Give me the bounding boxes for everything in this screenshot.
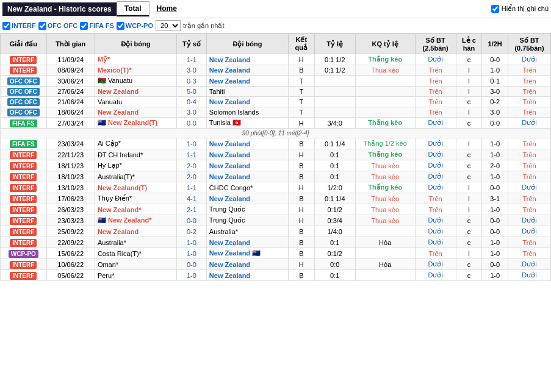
col-header-lec: Lẻ c hàn: [456, 34, 482, 54]
cell-date: 25/09/22: [46, 226, 95, 237]
header: New Zealand - Historic scores Total Home…: [0, 0, 551, 18]
cell-league: INTERF: [1, 182, 47, 193]
cell-team1: New Zealand*: [95, 204, 176, 215]
cell-score[interactable]: 2-0: [177, 171, 207, 182]
tab-home[interactable]: Home: [149, 2, 184, 16]
cell-score[interactable]: 1-1: [177, 149, 207, 160]
ofc-checkbox[interactable]: [38, 22, 46, 30]
interf-checkbox[interactable]: [2, 22, 10, 30]
col-header-team1: Đội bóng: [95, 34, 176, 54]
cell-ratio: 0:1: [314, 160, 355, 171]
cell-date: 10/06/22: [46, 259, 95, 270]
cell-lec: c: [456, 97, 482, 107]
cell-half: 1-0: [482, 149, 508, 160]
cell-date: 22/09/22: [46, 237, 95, 248]
table-row: OFC OFC 21/06/24 Vanuatu 0-4 New Zealand…: [1, 97, 551, 107]
cell-sobt: Trên: [415, 65, 456, 76]
filter-ofc[interactable]: OFC OFC: [38, 22, 78, 30]
cell-ratio: 0:1: [314, 237, 355, 248]
cell-score[interactable]: 0-3: [177, 76, 207, 87]
cell-sobt: Dưới: [415, 138, 456, 149]
cell-kqtyle: Hòa: [355, 259, 415, 270]
nearest-label: trận gần nhất: [183, 22, 224, 30]
cell-score[interactable]: 1-0: [177, 270, 207, 281]
cell-kqtyle: [355, 248, 415, 259]
cell-kqtyle: Thua kèo: [355, 204, 415, 215]
cell-team2: Australia*: [206, 226, 288, 237]
cell-ratio: [314, 76, 355, 87]
cell-sobt2: Dưới: [508, 215, 551, 226]
filter-wcp[interactable]: WCP-PO: [117, 22, 153, 30]
cell-score[interactable]: 0-4: [177, 97, 207, 107]
cell-team1: Costa Rica(T)*: [95, 248, 176, 259]
cell-lec: c: [456, 270, 482, 281]
cell-half: 1-0: [482, 204, 508, 215]
cell-sobt: Dưới: [415, 54, 456, 65]
league-badge: INTERF: [10, 184, 37, 192]
show-notes-checkbox[interactable]: [491, 5, 499, 13]
cell-score[interactable]: 0-2: [177, 226, 207, 237]
table-row: OFC OFC 27/06/24 New Zealand 5-0 Tahiti …: [1, 87, 551, 97]
cell-team2: New Zealand: [206, 97, 288, 107]
cell-ratio: [314, 107, 355, 118]
filter-fifa[interactable]: FIFA FS: [80, 22, 114, 30]
league-badge: INTERF: [10, 195, 37, 203]
tab-total[interactable]: Total: [117, 1, 149, 16]
cell-score[interactable]: 0-0: [177, 259, 207, 270]
cell-score[interactable]: 1-0: [177, 138, 207, 149]
league-badge: INTERF: [10, 162, 37, 170]
cell-result: B: [288, 193, 314, 204]
cell-team2: New Zealand: [206, 138, 288, 149]
cell-score[interactable]: 5-0: [177, 87, 207, 97]
cell-sobt: Trên: [415, 248, 456, 259]
cell-team2: New Zealand: [206, 65, 288, 76]
cell-sobt2: Dưới: [508, 259, 551, 270]
league-badge: INTERF: [10, 206, 37, 214]
cell-score[interactable]: 3-0: [177, 65, 207, 76]
league-badge: INTERF: [10, 66, 37, 74]
cell-score[interactable]: 0-0: [177, 215, 207, 226]
fifa-checkbox[interactable]: [80, 22, 88, 30]
cell-ratio: 0:1 1/2: [314, 65, 355, 76]
cell-score[interactable]: 1-1: [177, 182, 207, 193]
table-row: INTERF 08/09/24 Mexico(T)* 3-0 New Zeala…: [1, 65, 551, 76]
cell-sobt2: Trên: [508, 160, 551, 171]
table-row: INTERF 11/09/24 Mỹ* 1-1 New Zealand H 0:…: [1, 54, 551, 65]
cell-team1: Vanuatu: [95, 97, 176, 107]
wcp-checkbox[interactable]: [117, 22, 124, 30]
cell-league: INTERF: [1, 215, 47, 226]
cell-lec: c: [456, 54, 482, 65]
count-select[interactable]: 10 20 30 50: [156, 20, 181, 31]
cell-score[interactable]: 1-0: [177, 248, 207, 259]
league-badge: INTERF: [10, 56, 37, 64]
filter-interf[interactable]: INTERF: [2, 22, 36, 30]
cell-date: 30/06/24: [46, 76, 95, 87]
cell-score[interactable]: 1-0: [177, 237, 207, 248]
cell-half: 0-0: [482, 215, 508, 226]
cell-kqtyle: Hòa: [355, 237, 415, 248]
cell-date: 23/03/23: [46, 215, 95, 226]
cell-sobt: Dưới: [415, 182, 456, 193]
cell-ratio: [314, 87, 355, 97]
cell-ratio: 0:1/2: [314, 248, 355, 259]
col-header-kqtyle: KQ tỷ lệ: [355, 34, 415, 54]
cell-team1: New Zealand: [95, 226, 176, 237]
cell-ratio: [314, 97, 355, 107]
cell-score[interactable]: 3-0: [177, 107, 207, 118]
cell-sobt2: Trên: [508, 76, 551, 87]
cell-league: FIFA FS: [1, 138, 47, 149]
cell-lec: c: [456, 226, 482, 237]
cell-score[interactable]: 4-1: [177, 193, 207, 204]
cell-score[interactable]: 2-1: [177, 204, 207, 215]
cell-kqtyle: Thua kèo: [355, 160, 415, 171]
cell-team2: New Zealand: [206, 149, 288, 160]
col-header-result: Kết quả: [288, 34, 314, 54]
cell-sobt2: Trên: [508, 65, 551, 76]
cell-date: 17/06/23: [46, 193, 95, 204]
cell-score[interactable]: 0-0: [177, 118, 207, 129]
cell-result: B: [288, 270, 314, 281]
cell-score[interactable]: 2-0: [177, 160, 207, 171]
cell-half: 2-0: [482, 160, 508, 171]
cell-score[interactable]: 1-1: [177, 54, 207, 65]
table-row: OFC OFC 30/06/24 🇻🇺 Vanuatu 0-3 New Zeal…: [1, 76, 551, 87]
